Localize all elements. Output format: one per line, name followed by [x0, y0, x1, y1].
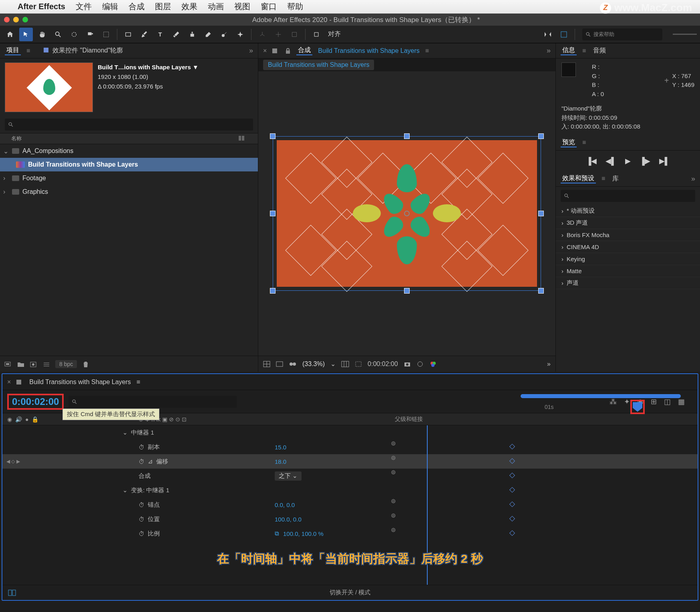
effects-search[interactable]	[561, 190, 695, 202]
rectangle-tool[interactable]	[121, 28, 135, 41]
timeline-search[interactable]	[68, 396, 237, 408]
workspace-icon[interactable]	[541, 28, 555, 41]
panel-collapse-icon[interactable]: »	[547, 46, 551, 55]
lock-icon[interactable]	[285, 48, 291, 54]
hand-tool[interactable]	[35, 28, 49, 41]
property-value[interactable]: 100.0, 0.0	[275, 516, 302, 523]
3d-view-tool[interactable]	[288, 28, 301, 41]
effect-category[interactable]: ›* 动画预设	[556, 205, 700, 217]
resize-handle[interactable]	[404, 133, 410, 139]
label-column-icon[interactable]	[239, 136, 247, 141]
keyframe-marker[interactable]	[509, 444, 515, 449]
solo-icon[interactable]: ●	[25, 416, 28, 423]
tab-composition[interactable]: 合成	[296, 46, 312, 55]
minimize-button[interactable]	[13, 17, 19, 22]
panel-drag-icon[interactable]	[673, 34, 697, 35]
resize-handle[interactable]	[538, 211, 544, 216]
keyframe-marker[interactable]	[509, 501, 515, 507]
new-folder-icon[interactable]	[17, 360, 24, 368]
pickwhip-icon[interactable]: ⊚	[391, 440, 396, 447]
maximize-button[interactable]	[22, 17, 28, 22]
first-frame-icon[interactable]: ▐◀	[586, 157, 597, 165]
clone-stamp-tool[interactable]	[185, 28, 199, 41]
panel-menu-icon[interactable]: ≡	[26, 47, 30, 54]
interpret-footage-icon[interactable]	[4, 360, 11, 368]
pickwhip-icon[interactable]: ⊚	[391, 512, 396, 519]
stopwatch-icon[interactable]: ⏱	[139, 530, 145, 537]
tab-preview[interactable]: 预览	[561, 138, 577, 147]
timeline-tab[interactable]: Build Transitions with Shape Layers	[29, 378, 131, 386]
property-row[interactable]: ⏱位置 100.0, 0.0 ⊚	[2, 512, 698, 526]
keyframe-marker[interactable]	[509, 530, 515, 536]
stopwatch-icon[interactable]: ⏱	[139, 444, 145, 451]
close-button[interactable]	[4, 17, 10, 22]
orbit-tool[interactable]	[67, 28, 81, 41]
new-comp-icon[interactable]	[30, 360, 37, 368]
pickwhip-icon[interactable]: ⊚	[391, 526, 396, 533]
tab-audio[interactable]: 音频	[591, 46, 607, 55]
pen-tool[interactable]	[137, 28, 151, 41]
property-value[interactable]: 100.0, 100.0 %	[283, 530, 324, 537]
menu-view[interactable]: 视图	[234, 1, 250, 12]
pickwhip-icon[interactable]: ⊚	[391, 497, 396, 504]
last-frame-icon[interactable]: ▶▌	[659, 157, 670, 165]
stopwatch-icon[interactable]: ⏱	[139, 458, 145, 465]
resize-handle[interactable]	[538, 288, 544, 294]
menu-effect[interactable]: 效果	[181, 1, 197, 12]
resize-handle[interactable]	[270, 288, 276, 294]
text-tool[interactable]: T	[153, 28, 167, 41]
tab-info[interactable]: 信息	[561, 46, 577, 55]
pan-behind-tool[interactable]	[99, 28, 113, 41]
app-name[interactable]: After Effects	[18, 2, 65, 11]
keyframe-marker[interactable]	[509, 473, 515, 478]
puppet-pin-tool[interactable]	[233, 28, 247, 41]
play-icon[interactable]: ▶	[625, 157, 631, 165]
composition-viewer[interactable]	[258, 71, 555, 356]
zoom-level[interactable]: (33.3%)	[302, 360, 325, 368]
brush-tool[interactable]	[169, 28, 183, 41]
pickwhip-icon[interactable]: ⊚	[391, 454, 396, 461]
toggle-transparency-icon[interactable]	[276, 361, 283, 367]
effect-category[interactable]: ›声道	[556, 277, 700, 289]
keyframe-nav[interactable]: ◀ ◇ ▶	[6, 459, 20, 464]
snapping-options-icon[interactable]	[557, 28, 571, 41]
resolution-icon[interactable]	[341, 361, 349, 367]
eraser-tool[interactable]	[201, 28, 215, 41]
tab-effects-presets[interactable]: 效果和预设	[561, 174, 596, 183]
property-value[interactable]: 0.0, 0.0	[275, 501, 295, 508]
menu-help[interactable]: 帮助	[287, 1, 303, 12]
chain-icon[interactable]: ⧉	[275, 530, 279, 537]
current-time-indicator[interactable]	[633, 402, 642, 412]
graph-icon[interactable]: ⊿	[148, 458, 153, 465]
resize-handle[interactable]	[270, 133, 276, 139]
zoom-tool[interactable]	[51, 28, 65, 41]
property-row[interactable]: 合成 之下 ⌄ ⊚	[2, 469, 698, 483]
property-row[interactable]: ⏱比例 ⧉100.0, 100.0 % ⊚	[2, 526, 698, 541]
tab-effect-controls[interactable]: 效果控件 "Diamond"轮廓	[51, 47, 125, 54]
mask-icon[interactable]	[289, 361, 297, 367]
comp-canvas[interactable]	[277, 140, 537, 287]
property-group-row[interactable]: ⌄中继器 1	[2, 425, 698, 440]
keyframe-marker[interactable]	[509, 458, 515, 464]
3d-axis-tool[interactable]	[255, 28, 269, 41]
property-row[interactable]: ⏱副本 15.0 ⊚	[2, 440, 698, 454]
menu-animation[interactable]: 动画	[208, 1, 224, 12]
time-ruler[interactable]: 01s	[509, 393, 693, 411]
grid-icon[interactable]	[263, 361, 270, 367]
current-timecode[interactable]: 0:00:02:00	[12, 396, 59, 407]
bit-depth[interactable]: 8 bpc	[55, 360, 77, 368]
folder-row[interactable]: › Footage	[0, 171, 258, 185]
roto-brush-tool[interactable]	[217, 28, 231, 41]
help-search[interactable]: 搜索帮助	[582, 28, 662, 40]
property-row[interactable]: ◀ ◇ ▶ ⏱⊿偏移 18.0 ⊚	[2, 454, 698, 469]
keyframe-marker[interactable]	[509, 516, 515, 521]
selection-tool[interactable]	[19, 28, 33, 41]
work-area-bar[interactable]	[521, 394, 681, 398]
pickwhip-icon[interactable]: ⊚	[391, 469, 396, 475]
show-channel-icon[interactable]	[416, 361, 424, 367]
effect-category[interactable]: ›3D 声道	[556, 217, 700, 229]
snap-toggle[interactable]	[310, 28, 323, 41]
effect-category[interactable]: ›CINEMA 4D	[556, 241, 700, 253]
effect-category[interactable]: ›Keying	[556, 253, 700, 265]
property-group-row[interactable]: ⌄变换: 中继器 1	[2, 483, 698, 497]
